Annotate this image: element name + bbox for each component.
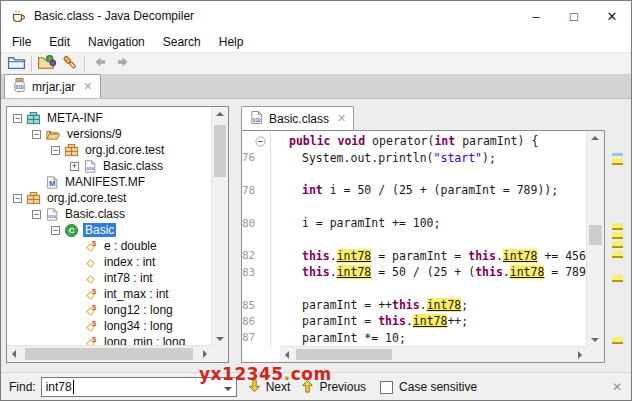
search-match[interactable]: int78 — [503, 249, 538, 263]
tree-expander[interactable]: − — [13, 194, 22, 203]
tree-horizontal-scrollbar[interactable] — [7, 345, 212, 362]
menu-search[interactable]: Search — [154, 31, 210, 52]
tree-item-long34-long[interactable]: Slong34 : long — [7, 318, 212, 334]
manifest-file-icon: M — [45, 175, 59, 190]
editor-vertical-scrollbar[interactable] — [586, 131, 604, 347]
tree-expander[interactable]: − — [32, 130, 41, 139]
menu-help[interactable]: Help — [210, 31, 253, 52]
scroll-right-arrow-icon[interactable] — [578, 351, 582, 359]
scroll-up-arrow-icon[interactable] — [591, 136, 599, 140]
cursor-position-marker[interactable] — [612, 153, 623, 156]
open-jar-button[interactable] — [5, 54, 28, 74]
search-match[interactable]: int78 — [427, 298, 462, 312]
menu-file[interactable]: File — [3, 31, 40, 52]
search-match-marker[interactable] — [612, 337, 623, 344]
search-button[interactable] — [58, 54, 81, 74]
field-static-icon: S — [83, 239, 98, 254]
tree-item-org-jd-core-test[interactable]: −org.jd.core.test — [7, 142, 212, 158]
tree-item-int-max-int[interactable]: Sint_max : int — [7, 286, 212, 302]
tree-item-basic-class[interactable]: +010Basic.class — [7, 158, 212, 174]
forward-arrow-icon — [114, 54, 132, 74]
tree-item-org-jd-core-test[interactable]: −org.jd.core.test — [7, 190, 212, 206]
search-match-marker[interactable] — [612, 223, 623, 230]
code-line: public void operator(int paramInt) { — [242, 133, 587, 149]
maximize-button[interactable]: □ — [555, 1, 593, 31]
scroll-left-arrow-icon[interactable] — [12, 350, 16, 358]
tree-item-basic[interactable]: −CBasic — [7, 222, 212, 238]
search-match-marker[interactable] — [612, 158, 623, 165]
minimize-button[interactable]: – — [517, 1, 555, 31]
tree-item-manifest-mf[interactable]: MMANIFEST.MF — [7, 174, 212, 190]
scroll-down-arrow-icon[interactable] — [216, 337, 224, 341]
tree[interactable]: −META-INF−versions/9−org.jd.core.test+01… — [7, 107, 212, 346]
scrollbar-thumb[interactable] — [214, 125, 226, 177]
search-match[interactable]: int78 — [510, 265, 545, 279]
tree-expander[interactable]: − — [51, 226, 60, 235]
code-lines[interactable]: public void operator(int paramInt) {76Sy… — [242, 131, 587, 347]
search-match[interactable]: int78 — [337, 249, 372, 263]
tree-item-label: long34 : long — [102, 319, 175, 333]
folder-open-icon — [45, 127, 61, 142]
app-window: Basic.class - Java Decompiler – □ ✕ File… — [0, 0, 632, 401]
tree-item-int78-int[interactable]: int78 : int — [7, 270, 212, 286]
tree-item-label: Basic — [83, 223, 116, 237]
tree-panel: −META-INF−versions/9−org.jd.core.test+01… — [6, 106, 229, 363]
search-match-marker[interactable] — [612, 241, 623, 248]
search-match[interactable]: int78 — [337, 265, 372, 279]
scroll-left-arrow-icon[interactable] — [285, 351, 289, 359]
editor-horizontal-scrollbar[interactable] — [280, 346, 587, 362]
back-button[interactable] — [88, 54, 111, 74]
tab-close-icon[interactable]: ✕ — [337, 112, 346, 125]
menu-navigation[interactable]: Navigation — [79, 31, 154, 52]
code-line: 80i = paramInt += 100; — [242, 215, 587, 231]
tree-expander[interactable]: − — [51, 146, 60, 155]
open-folder-icon — [7, 54, 26, 75]
tree-item-basic-class[interactable]: −010Basic.class — [7, 206, 212, 222]
field-static-icon: S — [83, 319, 98, 334]
tree-item-label: versions/9 — [65, 127, 124, 141]
fold-collapse-icon[interactable] — [255, 136, 266, 150]
back-arrow-icon — [91, 54, 109, 74]
tree-item-label: long12 : long — [102, 303, 175, 317]
tab-label: Basic.class — [269, 112, 329, 126]
line-number: 85 — [242, 299, 268, 312]
tree-item-label: org.jd.core.test — [45, 191, 128, 205]
tab-mrjar-jar[interactable]: 010 mrjar.jar ✕ — [4, 74, 101, 98]
svg-text:C: C — [69, 226, 75, 235]
scroll-down-arrow-icon[interactable] — [591, 338, 599, 342]
code-editor: public void operator(int paramInt) {76Sy… — [241, 130, 605, 363]
search-match-marker[interactable] — [612, 232, 623, 239]
tree-item-meta-inf[interactable]: −META-INF — [7, 110, 212, 126]
search-match-marker[interactable] — [612, 251, 623, 258]
tree-item-versions-9[interactable]: −versions/9 — [7, 126, 212, 142]
scrollbar-thumb[interactable] — [296, 349, 392, 360]
class-file-icon: 010 — [83, 159, 97, 174]
tree-item-index-int[interactable]: index : int — [7, 254, 212, 270]
find-bar-close-icon[interactable]: ✕ — [612, 380, 622, 394]
tab-label: mrjar.jar — [32, 80, 75, 94]
forward-button[interactable] — [111, 54, 134, 74]
scroll-right-arrow-icon[interactable] — [203, 350, 207, 358]
tree-vertical-scrollbar[interactable] — [211, 107, 228, 346]
scrollbar-thumb[interactable] — [25, 348, 193, 360]
case-sensitive-checkbox[interactable] — [380, 381, 393, 394]
menu-edit[interactable]: Edit — [40, 31, 79, 52]
tab-basic-class[interactable]: 010 Basic.class ✕ — [241, 106, 354, 130]
tree-expander[interactable]: − — [13, 114, 22, 123]
open-type-button[interactable] — [35, 54, 58, 74]
scroll-up-arrow-icon[interactable] — [216, 112, 224, 116]
code-line: 82this.int78 = paramInt = this.int78 += … — [242, 248, 587, 264]
search-match[interactable]: int78 — [413, 314, 448, 328]
tab-close-icon[interactable]: ✕ — [83, 80, 92, 93]
tree-expander[interactable]: − — [32, 210, 41, 219]
close-button[interactable]: ✕ — [593, 1, 631, 31]
line-number: 82 — [242, 249, 268, 262]
scrollbar-thumb[interactable] — [589, 225, 602, 245]
jar-tab-strip: 010 mrjar.jar ✕ — [1, 74, 631, 99]
chevron-down-icon[interactable] — [224, 387, 232, 391]
tree-item-long12-long[interactable]: Slong12 : long — [7, 302, 212, 318]
tree-item-e-double[interactable]: Se : double — [7, 238, 212, 254]
tree-expander[interactable]: + — [70, 162, 79, 171]
coffee-cup-icon — [10, 8, 27, 24]
search-match-marker[interactable] — [612, 275, 623, 282]
